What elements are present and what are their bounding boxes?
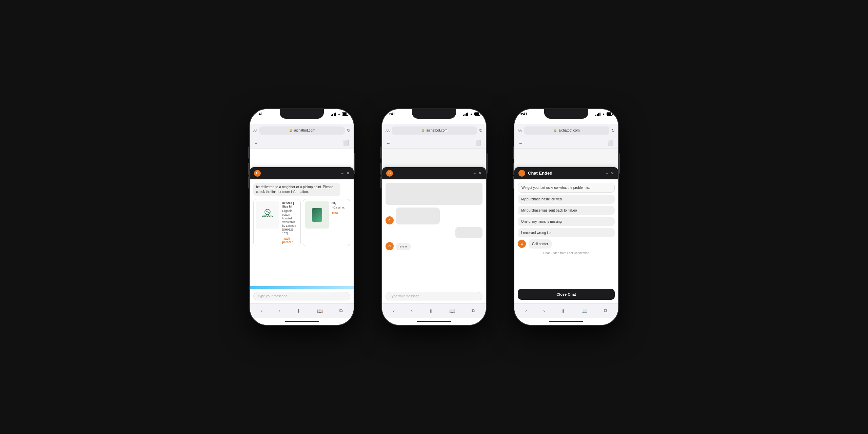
back-icon-2[interactable]: ‹ xyxy=(393,308,395,314)
bot-avatar-2b: C xyxy=(386,242,394,250)
browser-toolbar-3: ≡ ⬜ xyxy=(514,137,618,149)
chat-ended-header-3: Chat Ended − ✕ xyxy=(514,167,618,179)
chat-input-bar-1: Type your message... xyxy=(250,289,354,303)
home-indicator-2 xyxy=(382,318,486,325)
lacoste-svg: LACOSTE xyxy=(260,207,275,222)
forward-icon-2[interactable]: › xyxy=(411,308,413,314)
browser-url-3: aichatbot.com xyxy=(558,129,579,132)
content-area-3: Chat Ended − ✕ We got you. Let us know w… xyxy=(514,149,618,303)
chat-widget-1: C − ✕ be delivered to a neighbor or a pi… xyxy=(250,167,354,303)
share-icon-2[interactable]: ⬜ xyxy=(475,140,481,145)
skeleton-right xyxy=(386,227,482,238)
browser-bar-1: AA 🔒 aichatbot.com ↻ xyxy=(250,124,354,137)
widget-controls-2: − ✕ xyxy=(473,171,482,176)
typing-bubble-2 xyxy=(396,243,411,250)
close-btn-2[interactable]: ✕ xyxy=(478,171,482,176)
notch-2 xyxy=(412,109,456,119)
forward-icon-1[interactable]: › xyxy=(279,308,280,314)
chat-ended-widget-3: Chat Ended − ✕ We got you. Let us know w… xyxy=(514,167,618,303)
widget-controls-3: − ✕ xyxy=(606,171,614,176)
share-nav-icon-1[interactable]: ⬆ xyxy=(297,308,301,314)
browser-url-bar-3[interactable]: 🔒 aichatbot.com xyxy=(524,126,609,135)
browser-nav-1: ‹ › ⬆ 📖 ⧉ xyxy=(250,303,354,318)
signal-1 xyxy=(331,112,336,116)
reload-icon-2[interactable]: ↻ xyxy=(479,128,482,133)
browser-url-1: aichatbot.com xyxy=(294,129,315,132)
tabs-icon-1[interactable]: ⧉ xyxy=(339,308,343,314)
content-area-2: C − ✕ C xyxy=(382,149,486,303)
skeleton-1 xyxy=(386,183,482,205)
option-3-3[interactable]: One of my items is missing xyxy=(518,217,615,226)
agent-label-3: Call center xyxy=(529,239,552,249)
agent-avatar-3: C xyxy=(518,240,526,248)
bookmarks-icon-2[interactable]: 📖 xyxy=(449,308,455,314)
back-icon-3[interactable]: ‹ xyxy=(525,308,527,314)
product-name-1b: - Ca wine. xyxy=(332,206,348,210)
close-btn-1[interactable]: ✕ xyxy=(346,171,350,176)
browser-bar-3: AA 🔒 aichatbot.com ↻ xyxy=(514,124,618,137)
product-name-1a: Organic cotton hooded sweatshirt by Laco… xyxy=(282,209,298,235)
reload-icon-1[interactable]: ↻ xyxy=(347,128,350,133)
status-bar-1: 9:41 ▲ xyxy=(250,109,354,124)
chat-input-1[interactable]: Type your message... xyxy=(253,292,350,300)
phone-1: 9:41 ▲ AA 🔒 aichatbot.com ↻ xyxy=(249,108,354,326)
browser-toolbar-2: ≡ ⬜ xyxy=(382,137,486,149)
menu-icon-3[interactable]: ≡ xyxy=(519,140,522,145)
chat-messages-1: be delivered to a neighbor or a pickup p… xyxy=(250,179,354,286)
bookmarks-icon-3[interactable]: 📖 xyxy=(581,308,587,314)
widget-logo-3 xyxy=(518,170,525,177)
forward-icon-3[interactable]: › xyxy=(543,308,545,314)
close-btn-3[interactable]: ✕ xyxy=(611,171,614,176)
content-area-1: C − ✕ be delivered to a neighbor or a pi… xyxy=(250,149,354,303)
minimize-btn-2[interactable]: − xyxy=(473,171,476,176)
product-card-1b: 30, - Ca wine. Trac xyxy=(303,199,350,246)
skeleton-2 xyxy=(396,208,440,224)
lock-icon-2: 🔒 xyxy=(421,129,425,132)
svg-text:LACOSTE: LACOSTE xyxy=(262,215,273,217)
menu-icon-2[interactable]: ≡ xyxy=(387,140,390,145)
share-icon-1[interactable]: ⬜ xyxy=(343,140,349,145)
chat-input-2[interactable]: Type your message... xyxy=(386,292,482,300)
widget-controls-1: − ✕ xyxy=(341,171,350,176)
option-1-3[interactable]: My purchase hasn't arrived xyxy=(518,195,615,204)
status-icons-3: ▲ xyxy=(595,112,613,116)
battery-icon-2 xyxy=(474,112,480,116)
option-4-3[interactable]: I received wrong item xyxy=(518,228,615,237)
ended-status-3: Chat Ended from Lost Connection xyxy=(518,251,615,255)
wifi-icon-2: ▲ xyxy=(470,112,473,116)
share-nav-icon-3[interactable]: ⬆ xyxy=(561,308,565,314)
reload-icon-3[interactable]: ↻ xyxy=(611,128,615,133)
tabs-icon-3[interactable]: ⧉ xyxy=(604,308,607,314)
typing-row-2: C xyxy=(386,242,482,250)
notch-1 xyxy=(280,109,324,119)
browser-aa-1: AA xyxy=(253,129,257,132)
chat-text-1: be delivered to a neighbor or a pickup p… xyxy=(253,183,340,196)
lock-icon-3: 🔒 xyxy=(553,129,557,132)
bookmarks-icon-1[interactable]: 📖 xyxy=(317,308,323,314)
browser-aa-3: AA xyxy=(518,129,522,132)
browser-url-bar-1[interactable]: 🔒 aichatbot.com xyxy=(259,126,345,135)
share-nav-icon-2[interactable]: ⬆ xyxy=(429,308,433,314)
product-cards-1: LACOSTE 32,59 $ | Size M Organic cotton … xyxy=(253,199,350,246)
browser-nav-2: ‹ › ⬆ 📖 ⧉ xyxy=(382,303,486,318)
tabs-icon-2[interactable]: ⧉ xyxy=(472,308,475,314)
browser-url-bar-2[interactable]: 🔒 aichatbot.com xyxy=(392,126,477,135)
close-chat-button-3[interactable]: Close Chat xyxy=(518,289,615,300)
menu-icon-1[interactable]: ≡ xyxy=(255,140,257,145)
back-icon-1[interactable]: ‹ xyxy=(261,308,262,314)
track-link-1b[interactable]: Trac xyxy=(332,211,348,215)
minimize-btn-1[interactable]: − xyxy=(341,171,343,176)
minimize-btn-3[interactable]: − xyxy=(606,171,608,176)
product-image-1a: LACOSTE xyxy=(256,201,279,229)
widget-logo-2: C xyxy=(386,170,393,177)
status-icons-2: ▲ xyxy=(463,112,480,116)
share-icon-3[interactable]: ⬜ xyxy=(608,140,613,145)
browser-aa-2: AA xyxy=(386,129,390,132)
intro-bubble-3: We got you. Let us know what the problem… xyxy=(518,183,615,193)
widget-logo-1: C xyxy=(254,170,261,177)
time-3: 9:41 xyxy=(520,112,527,116)
option-2-3[interactable]: My purchase was sent back to itaLeo xyxy=(518,206,615,215)
signal-3 xyxy=(595,112,600,116)
product-price-1b: 30, xyxy=(332,201,348,205)
track-link-1a[interactable]: Track parcel 1 xyxy=(282,237,298,244)
